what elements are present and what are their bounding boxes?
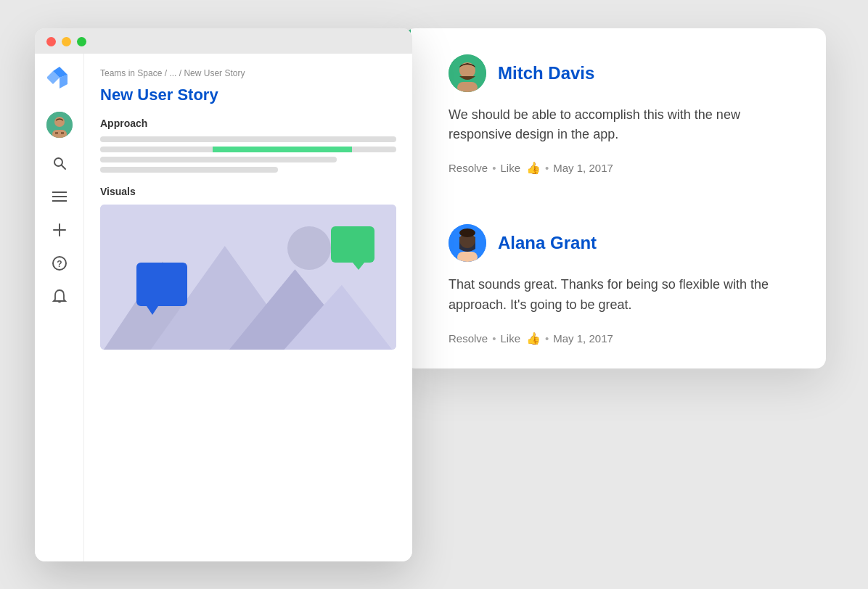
notifications-icon[interactable] bbox=[52, 289, 67, 305]
approach-heading: Approach bbox=[100, 118, 396, 129]
text-line-3 bbox=[100, 157, 337, 162]
comment-1-resolve[interactable]: Resolve bbox=[449, 162, 488, 174]
browser-window: ? Teams in Space / ... / New User Story … bbox=[35, 28, 412, 561]
comment-2-header: Alana Grant bbox=[449, 224, 794, 262]
speech-bubble-green bbox=[331, 226, 374, 263]
comment-2-author: Alana Grant bbox=[498, 233, 597, 253]
comment-1-actions: Resolve • Like 👍 • May 1, 2017 bbox=[449, 161, 794, 175]
traffic-light-yellow[interactable] bbox=[62, 37, 71, 46]
visuals-image bbox=[100, 205, 396, 350]
comment-1-avatar bbox=[449, 54, 486, 92]
comment-1-author: Mitch Davis bbox=[498, 63, 594, 83]
svg-text:?: ? bbox=[57, 259, 62, 269]
menu-icon[interactable] bbox=[52, 189, 67, 205]
comment-2: Alana Grant That sounds great. Thanks fo… bbox=[405, 198, 826, 368]
comment-2-body: That sounds great. Thanks for being so f… bbox=[449, 275, 794, 316]
visuals-heading: Visuals bbox=[100, 186, 396, 197]
circle-decoration bbox=[287, 226, 331, 270]
main-content: Teams in Space / ... / New User Story Ne… bbox=[84, 54, 412, 561]
comment-2-like[interactable]: Like bbox=[500, 332, 520, 345]
sidebar: ? bbox=[35, 54, 84, 561]
search-icon[interactable] bbox=[52, 155, 67, 171]
comment-1-header: Mitch Davis bbox=[449, 54, 794, 92]
sidebar-logo[interactable] bbox=[47, 65, 72, 90]
approach-content bbox=[100, 136, 396, 173]
svg-rect-25 bbox=[457, 252, 478, 262]
svg-point-1 bbox=[54, 117, 65, 127]
add-icon[interactable] bbox=[52, 222, 67, 238]
help-icon[interactable]: ? bbox=[52, 255, 67, 271]
svg-rect-3 bbox=[55, 132, 58, 134]
comment-1: Mitch Davis We should be able to accompl… bbox=[405, 28, 826, 199]
breadcrumb: Teams in Space / ... / New User Story bbox=[100, 68, 396, 78]
thumbs-up-icon-2: 👍 bbox=[526, 331, 541, 345]
svg-rect-21 bbox=[457, 82, 478, 92]
traffic-light-red[interactable] bbox=[46, 37, 56, 46]
thumbs-up-icon-1: 👍 bbox=[526, 161, 541, 175]
comment-1-body: We should be able to accomplish this wit… bbox=[449, 105, 794, 146]
comment-2-resolve[interactable]: Resolve bbox=[449, 332, 488, 345]
svg-rect-2 bbox=[52, 130, 67, 138]
browser-titlebar bbox=[35, 28, 412, 54]
svg-rect-4 bbox=[61, 132, 64, 134]
comments-panel: Mitch Davis We should be able to accompl… bbox=[405, 28, 826, 369]
text-line-1 bbox=[100, 136, 396, 142]
comment-1-date: May 1, 2017 bbox=[553, 162, 613, 174]
sidebar-user-avatar[interactable] bbox=[46, 112, 73, 138]
comment-2-avatar bbox=[449, 224, 486, 262]
text-line-2-highlight bbox=[100, 147, 396, 152]
traffic-light-green[interactable] bbox=[77, 37, 86, 46]
text-line-4 bbox=[100, 167, 278, 173]
comment-2-actions: Resolve • Like 👍 • May 1, 2017 bbox=[449, 331, 794, 345]
speech-bubble-blue bbox=[136, 263, 187, 306]
page-title[interactable]: New User Story bbox=[100, 86, 396, 104]
comment-2-date: May 1, 2017 bbox=[553, 332, 613, 345]
svg-point-24 bbox=[459, 228, 475, 237]
svg-line-6 bbox=[62, 165, 65, 169]
comment-1-like[interactable]: Like bbox=[500, 162, 520, 174]
browser-body: ? Teams in Space / ... / New User Story … bbox=[35, 54, 412, 561]
